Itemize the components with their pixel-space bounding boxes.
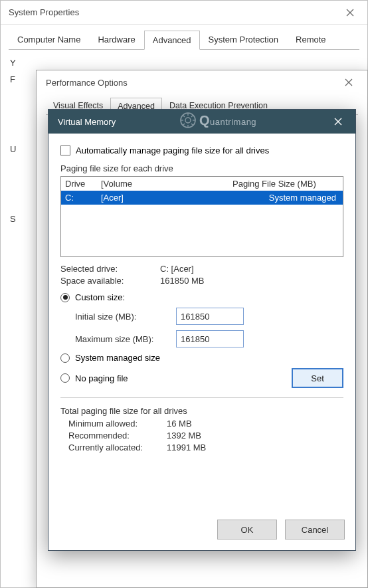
- size-options: Custom size: Initial size (MB): Maximum …: [60, 292, 343, 388]
- system-managed-radio-row[interactable]: System managed size: [60, 353, 343, 363]
- system-managed-radio[interactable]: [60, 353, 70, 363]
- maximum-size-label: Maximum size (MB):: [75, 334, 168, 344]
- currently-value: 11991 MB: [167, 442, 206, 452]
- drive-size: System managed: [239, 193, 339, 203]
- initial-size-input[interactable]: [176, 308, 244, 325]
- custom-size-label: Custom size:: [75, 292, 125, 302]
- virtual-memory-titlebar: Virtual Memory: [48, 110, 355, 134]
- set-button[interactable]: Set: [292, 368, 343, 388]
- tab-system-protection[interactable]: System Protection: [200, 30, 288, 49]
- tab-advanced[interactable]: Advanced: [144, 31, 200, 50]
- performance-options-title: Performance Options: [46, 78, 128, 88]
- custom-size-inputs: Initial size (MB): Maximum size (MB):: [75, 308, 343, 347]
- selected-drive-row: Selected drive: C: [Acer]: [60, 264, 343, 274]
- initial-size-label: Initial size (MB):: [75, 312, 168, 322]
- header-volume: [Volume: [101, 179, 232, 189]
- auto-manage-row[interactable]: Automatically manage paging file size fo…: [60, 146, 343, 155]
- advanced-body-text: Y: [10, 58, 358, 68]
- virtual-memory-body: Automatically manage paging file size fo…: [48, 134, 355, 461]
- no-paging-label: No paging file: [75, 373, 128, 383]
- close-button[interactable]: [335, 73, 362, 92]
- space-available-value: 161850 MB: [160, 276, 205, 286]
- min-allowed-label: Minimum allowed:: [60, 419, 167, 429]
- drive-letter: C:: [65, 193, 101, 203]
- divider: [60, 397, 343, 398]
- system-properties-titlebar: System Properties: [1, 1, 367, 25]
- auto-manage-checkbox[interactable]: [60, 146, 70, 155]
- recommended-value: 1392 MB: [167, 431, 201, 441]
- tab-computer-name[interactable]: Computer Name: [9, 30, 89, 49]
- space-available-label: Space available:: [60, 276, 160, 286]
- currently-row: Currently allocated: 11991 MB: [60, 442, 343, 452]
- maximum-size-row: Maximum size (MB):: [75, 330, 343, 347]
- space-available-row: Space available: 161850 MB: [60, 276, 343, 286]
- drive-volume: [Acer]: [101, 193, 239, 203]
- drive-list[interactable]: Drive [Volume Paging File Size (MB) C: […: [60, 176, 343, 257]
- system-properties-tabs: Computer Name Hardware Advanced System P…: [9, 30, 359, 50]
- header-drive: Drive: [65, 179, 101, 189]
- close-button[interactable]: [325, 112, 351, 131]
- virtual-memory-buttons: OK Cancel: [217, 520, 345, 539]
- tab-remote[interactable]: Remote: [287, 30, 335, 49]
- close-button[interactable]: [337, 3, 363, 22]
- maximum-size-input[interactable]: [176, 330, 244, 347]
- no-paging-radio[interactable]: [60, 373, 70, 383]
- cancel-button[interactable]: Cancel: [285, 520, 345, 539]
- system-managed-label: System managed size: [75, 353, 160, 363]
- tab-hardware[interactable]: Hardware: [89, 30, 143, 49]
- no-paging-radio-row[interactable]: No paging file: [60, 373, 292, 383]
- close-icon: [334, 118, 342, 126]
- auto-manage-label: Automatically manage paging file size fo…: [76, 146, 269, 155]
- paging-group-label: Paging file size for each drive: [60, 163, 343, 173]
- close-icon: [346, 9, 354, 17]
- min-allowed-row: Minimum allowed: 16 MB: [60, 419, 343, 429]
- virtual-memory-dialog: Virtual Memory Automatically manage pagi…: [48, 109, 356, 551]
- drive-row[interactable]: C: [Acer] System managed: [61, 191, 343, 205]
- custom-size-radio-row[interactable]: Custom size:: [60, 292, 343, 302]
- totals-block: Minimum allowed: 16 MB Recommended: 1392…: [60, 419, 343, 452]
- close-icon: [345, 78, 353, 86]
- no-paging-set-row: No paging file Set: [60, 368, 343, 388]
- selected-drive-value: C: [Acer]: [160, 264, 194, 274]
- virtual-memory-title: Virtual Memory: [58, 117, 116, 127]
- drive-list-header: Drive [Volume Paging File Size (MB): [61, 177, 343, 191]
- currently-label: Currently allocated:: [60, 442, 167, 452]
- ok-button[interactable]: OK: [217, 520, 277, 539]
- header-size: Paging File Size (MB): [232, 179, 339, 189]
- totals-label: Total paging file size for all drives: [60, 406, 343, 416]
- recommended-label: Recommended:: [60, 431, 167, 441]
- performance-options-titlebar: Performance Options: [37, 70, 367, 94]
- initial-size-row: Initial size (MB):: [75, 308, 343, 325]
- min-allowed-value: 16 MB: [167, 419, 192, 429]
- selected-drive-label: Selected drive:: [60, 264, 160, 274]
- system-properties-title: System Properties: [9, 7, 79, 17]
- recommended-row: Recommended: 1392 MB: [60, 431, 343, 441]
- custom-size-radio[interactable]: [60, 293, 70, 302]
